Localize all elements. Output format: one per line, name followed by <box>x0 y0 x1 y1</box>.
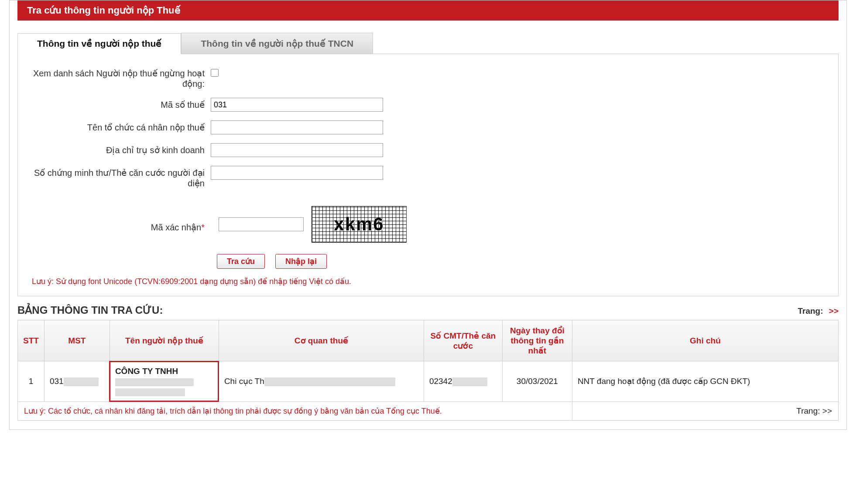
input-id-card[interactable] <box>211 166 383 180</box>
redacted-block <box>64 377 99 386</box>
company-name-redacted2 <box>115 386 213 396</box>
cell-date: 30/03/2021 <box>502 361 572 402</box>
footer-note: Lưu ý: Các tổ chức, cá nhân khi đăng tải… <box>24 407 442 415</box>
page-container: Tra cứu thông tin người nộp Thuế Thông t… <box>9 0 847 430</box>
input-tax-code[interactable] <box>211 98 383 112</box>
tab-label: Thông tin về người nộp thuế <box>37 38 161 49</box>
label-id-card: Số chứng minh thư/Thẻ căn cước người đại… <box>32 166 211 189</box>
cell-mst: 031 <box>44 361 110 402</box>
footer-pager-cell: Trang: >> <box>572 401 838 420</box>
cell-note: NNT đang hoạt động (đã được cấp GCN ĐKT) <box>572 361 838 402</box>
results-heading-row: BẢNG THÔNG TIN TRA CỨU: Trang: >> <box>17 304 839 316</box>
row-captcha: Mã xác nhận* xkm6 <box>32 206 824 243</box>
pager-next-icon[interactable]: >> <box>822 406 832 415</box>
label-address: Địa chỉ trụ sở kinh doanh <box>32 143 211 155</box>
label-captcha: Mã xác nhận* <box>32 216 211 233</box>
label-tax-code: Mã số thuế <box>32 98 211 110</box>
company-name-redacted <box>115 376 213 386</box>
table-row: 1 031 CÔNG TY TNHH Chi cục Th 02342 <box>18 361 839 402</box>
footer-note-cell: Lưu ý: Các tổ chức, cá nhân khi đăng tải… <box>18 401 572 420</box>
pager-label: Trang: <box>796 406 820 415</box>
row-org-name: Tên tổ chức cá nhân nộp thuế <box>32 120 824 134</box>
pager-top: Trang: >> <box>798 306 839 316</box>
inner-wrap: Thông tin về người nộp thuế Thông tin về… <box>10 33 846 421</box>
th-note: Ghi chú <box>572 320 838 361</box>
th-mst: MST <box>44 320 110 361</box>
tab-label: Thông tin về người nộp thuế TNCN <box>201 38 353 49</box>
label-suspended: Xem danh sách Người nộp thuế ngừng hoạt … <box>32 66 211 89</box>
search-button[interactable]: Tra cứu <box>217 254 265 269</box>
table-header-row: STT MST Tên người nộp thuế Cơ quan thuế … <box>18 320 839 361</box>
redacted-block <box>452 377 487 386</box>
title-bar: Tra cứu thông tin người nộp Thuế <box>17 0 839 21</box>
input-address[interactable] <box>211 143 383 157</box>
page-title: Tra cứu thông tin người nộp Thuế <box>27 5 181 16</box>
input-captcha[interactable] <box>219 217 304 231</box>
redacted-block <box>264 377 395 386</box>
row-address: Địa chỉ trụ sở kinh doanh <box>32 143 824 157</box>
cell-id: 02342 <box>424 361 502 402</box>
input-org-name[interactable] <box>211 120 383 134</box>
captcha-image: xkm6 <box>312 206 407 243</box>
label-org-name: Tên tổ chức cá nhân nộp thuế <box>32 120 211 133</box>
checkbox-suspended[interactable] <box>211 69 219 77</box>
row-suspended: Xem danh sách Người nộp thuế ngừng hoạt … <box>32 66 824 89</box>
form-panel: Xem danh sách Người nộp thuế ngừng hoạt … <box>17 54 839 296</box>
captcha-text: xkm6 <box>334 214 384 235</box>
cell-agency: Chi cục Th <box>219 361 424 402</box>
table-footer-row: Lưu ý: Các tổ chức, cá nhân khi đăng tải… <box>18 401 839 420</box>
cell-name[interactable]: CÔNG TY TNHH <box>110 361 219 402</box>
row-tax-code: Mã số thuế <box>32 98 824 112</box>
th-stt: STT <box>18 320 45 361</box>
cell-stt: 1 <box>18 361 45 402</box>
row-id-card: Số chứng minh thư/Thẻ căn cước người đại… <box>32 166 824 189</box>
tabs: Thông tin về người nộp thuế Thông tin về… <box>17 33 839 54</box>
button-row: Tra cứu Nhập lại <box>32 254 824 269</box>
th-id: Số CMT/Thẻ căn cước <box>424 320 502 361</box>
pager-label: Trang: <box>798 306 823 315</box>
pager-next-icon[interactable]: >> <box>829 306 839 315</box>
content-card: Thông tin về người nộp thuế Thông tin về… <box>17 33 839 296</box>
company-name-line1: CÔNG TY TNHH <box>115 367 213 376</box>
tab-taxpayer-tncn[interactable]: Thông tin về người nộp thuế TNCN <box>181 33 373 54</box>
form-note: Lưu ý: Sử dụng font Unicode (TCVN:6909:2… <box>32 277 824 286</box>
th-date: Ngày thay đổi thông tin gần nhất <box>502 320 572 361</box>
required-asterisk: * <box>201 223 205 232</box>
results-heading: BẢNG THÔNG TIN TRA CỨU: <box>17 304 163 316</box>
tab-taxpayer-info[interactable]: Thông tin về người nộp thuế <box>17 33 181 54</box>
results-table: STT MST Tên người nộp thuế Cơ quan thuế … <box>17 320 839 421</box>
reset-button[interactable]: Nhập lại <box>275 254 327 269</box>
th-agency: Cơ quan thuế <box>219 320 424 361</box>
th-name: Tên người nộp thuế <box>110 320 219 361</box>
